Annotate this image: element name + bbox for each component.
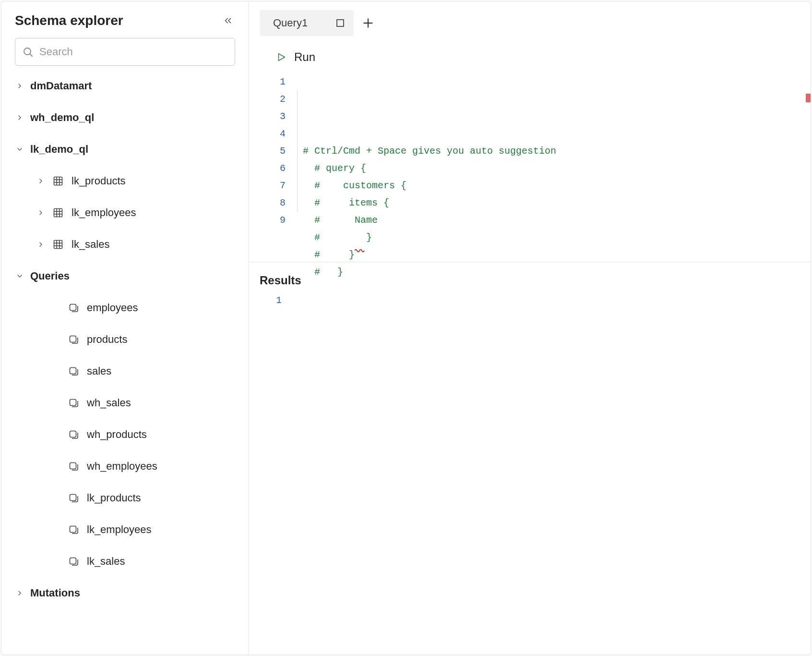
query-icon (67, 364, 80, 378)
tree-node-label: employees (87, 302, 138, 314)
schema-tree: dmDatamartwh_demo_qllk_demo_qllk_product… (9, 74, 241, 605)
tree-node-wh_demo_ql[interactable]: wh_demo_ql (9, 106, 241, 129)
chevron-down-icon[interactable] (15, 271, 24, 281)
play-icon (276, 52, 287, 62)
code-line: # Name (303, 212, 556, 229)
code-line: # query { (303, 160, 556, 177)
tree-node-lk_employees[interactable]: lk_employees (9, 201, 241, 224)
line-number: 6 (268, 160, 286, 177)
tree-node-Mutations[interactable]: Mutations (9, 582, 241, 605)
tree-node-label: lk_employees (87, 523, 152, 536)
query-icon (67, 523, 80, 536)
search-icon (22, 46, 34, 58)
search-box[interactable] (15, 38, 235, 66)
tree-node-label: lk_employees (72, 207, 136, 219)
tree-node-label: lk_products (87, 492, 141, 504)
svg-line-1 (30, 54, 33, 57)
tree-node-label: lk_sales (72, 238, 109, 251)
app-window: Schema explorer dmDatamartwh_demo_qllk_d… (1, 1, 811, 655)
results-line-gutter: 1 (276, 292, 282, 309)
tree-node-label: Queries (30, 270, 70, 282)
collapse-sidebar-button[interactable] (221, 13, 235, 28)
table-icon (51, 238, 65, 251)
query-icon (67, 460, 80, 473)
sidebar-header: Schema explorer (9, 13, 241, 35)
line-number: 1 (268, 73, 286, 91)
tree-node-label: Mutations (30, 587, 80, 599)
chevron-right-icon[interactable] (15, 113, 24, 122)
code-line: # customers { (303, 177, 556, 194)
tree-node-label: lk_sales (87, 555, 125, 568)
chevron-right-icon[interactable] (36, 208, 46, 218)
tree-node-label: lk_demo_ql (30, 143, 88, 156)
query-icon (67, 491, 80, 505)
tree-node-q_lk_sales[interactable]: lk_sales (9, 550, 241, 573)
line-number: 8 (268, 194, 286, 212)
main-panel: Query1 Run 123456789 # Ctrl/Cmd + Space … (249, 1, 811, 655)
query-icon (67, 396, 80, 410)
svg-rect-2 (54, 177, 62, 185)
svg-rect-21 (70, 431, 76, 437)
search-input[interactable] (39, 46, 228, 58)
search-container (15, 38, 235, 66)
run-button[interactable]: Run (276, 50, 315, 64)
line-number: 3 (268, 108, 286, 125)
svg-rect-24 (70, 526, 76, 533)
chevron-right-icon[interactable] (36, 240, 46, 249)
tree-node-q_wh_products[interactable]: wh_products (9, 423, 241, 446)
tree-node-q_wh_employees[interactable]: wh_employees (9, 455, 241, 478)
editor-toolbar: Run (249, 36, 811, 70)
line-number: 2 (268, 91, 286, 108)
chevron-right-icon[interactable] (15, 588, 24, 598)
tree-node-q_sales[interactable]: sales (9, 360, 241, 383)
tree-node-lk_sales[interactable]: lk_sales (9, 233, 241, 256)
line-number: 5 (268, 143, 286, 160)
tab-label: Query1 (273, 17, 308, 29)
svg-rect-12 (54, 241, 62, 249)
svg-rect-17 (70, 304, 76, 311)
chevron-right-icon[interactable] (15, 81, 24, 91)
table-icon (51, 206, 65, 219)
line-number: 1 (276, 292, 282, 309)
line-number: 7 (268, 177, 286, 194)
tree-node-Queries[interactable]: Queries (9, 265, 241, 288)
tree-node-q_wh_sales[interactable]: wh_sales (9, 391, 241, 414)
editor-text-area[interactable]: # Ctrl/Cmd + Space gives you auto sugges… (291, 73, 556, 262)
indent-guide (297, 91, 298, 212)
tree-node-q_lk_employees[interactable]: lk_employees (9, 518, 241, 541)
tree-node-lk_demo_ql[interactable]: lk_demo_ql (9, 138, 241, 161)
tree-node-q_products[interactable]: products (9, 328, 241, 351)
query-icon (67, 301, 80, 315)
error-squiggle-icon (297, 224, 308, 231)
tree-node-label: wh_demo_ql (30, 111, 94, 124)
new-tab-button[interactable] (358, 13, 378, 33)
tab-query1[interactable]: Query1 (260, 10, 354, 36)
tree-node-label: lk_products (72, 175, 126, 187)
schema-explorer-sidebar: Schema explorer dmDatamartwh_demo_qllk_d… (1, 1, 249, 655)
line-number: 4 (268, 125, 286, 143)
svg-marker-28 (279, 54, 285, 61)
svg-rect-18 (70, 336, 76, 342)
svg-rect-23 (70, 495, 76, 501)
code-editor[interactable]: 123456789 # Ctrl/Cmd + Space gives you a… (249, 70, 811, 262)
unsaved-indicator-icon (336, 19, 344, 27)
plus-icon (362, 17, 374, 29)
query-icon (67, 333, 80, 346)
chevron-down-icon[interactable] (15, 145, 24, 154)
tree-node-lk_products[interactable]: lk_products (9, 170, 241, 193)
code-line: # items { (303, 194, 556, 212)
code-line (303, 281, 556, 298)
tree-node-dmDatamart[interactable]: dmDatamart (9, 74, 241, 97)
tree-node-label: wh_products (87, 428, 147, 441)
svg-rect-22 (70, 463, 76, 469)
code-line: # } (303, 229, 556, 246)
sidebar-title: Schema explorer (15, 13, 123, 28)
line-number: 9 (268, 212, 286, 229)
chevron-right-icon[interactable] (36, 176, 46, 186)
tree-node-q_lk_products[interactable]: lk_products (9, 486, 241, 510)
svg-rect-19 (70, 368, 76, 374)
query-icon (67, 428, 80, 441)
minimap-error-mark (806, 94, 811, 102)
tree-node-label: wh_employees (87, 460, 157, 473)
tree-node-q_employees[interactable]: employees (9, 296, 241, 319)
